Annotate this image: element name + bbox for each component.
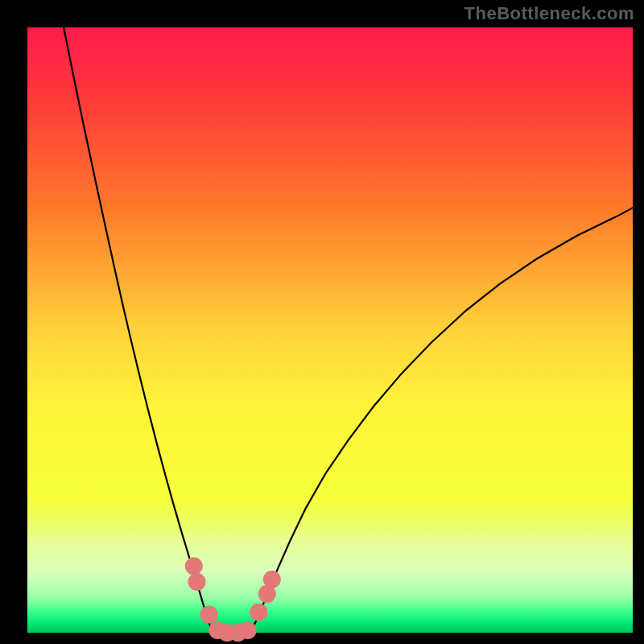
bottleneck-chart — [0, 0, 644, 644]
chart-stage: TheBottleneck.com — [0, 0, 644, 644]
chart-gradient-bg — [27, 27, 633, 633]
marker-dot — [188, 573, 206, 591]
marker-dot — [239, 621, 257, 639]
marker-dot — [250, 603, 267, 621]
marker-dot — [200, 605, 218, 623]
attribution-label: TheBottleneck.com — [464, 3, 634, 24]
marker-dot — [263, 571, 281, 588]
marker-dot — [185, 557, 203, 575]
